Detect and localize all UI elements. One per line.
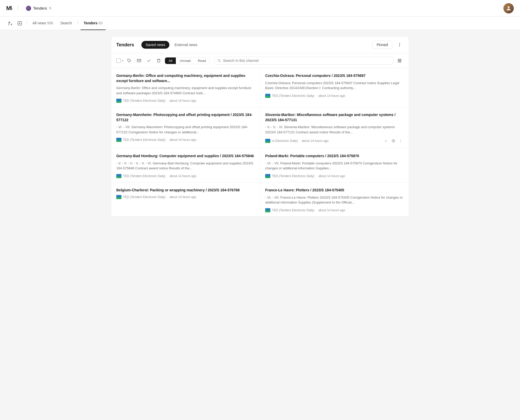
tenders-badge: 63: [98, 21, 103, 25]
source-name: TED (Tenders Electronic Daily): [123, 174, 165, 178]
news-item-excerpt: - V. - V. - V. - V. - V. - VI. Germany-B…: [116, 161, 255, 171]
news-item-excerpt: Germany-Berlin: Office and computing mac…: [116, 85, 255, 96]
news-item[interactable]: Czechia-Ostrava: Personal computers / 20…: [260, 68, 409, 107]
new-article-button[interactable]: [16, 19, 24, 27]
delete-filter-button[interactable]: [155, 57, 163, 64]
news-item-meta: TED (Tenders Electronic Daily) · about 1…: [265, 94, 404, 98]
news-item[interactable]: Belgium-Charleroi: Packing or wrapping m…: [111, 183, 260, 217]
meta-dot: ·: [316, 208, 317, 212]
meta-dot: ·: [167, 174, 168, 178]
svg-line-12: [220, 61, 221, 62]
news-item[interactable]: Slovenia-Maribor: Miscellaneous software…: [260, 107, 409, 148]
channel-tab-group: Saved news External news: [141, 41, 201, 49]
filter-read-button[interactable]: Read: [194, 57, 210, 64]
svg-rect-15: [398, 62, 401, 62]
tab-saved-news[interactable]: Saved news: [141, 41, 169, 49]
news-item-title: Germany-Mannheim: Photocopying and offse…: [116, 112, 255, 122]
news-time: about 14 hours ago: [318, 94, 345, 98]
view-toggle-button[interactable]: [395, 56, 404, 65]
channel-card: Tenders Saved news External news Pinned …: [111, 36, 409, 217]
meta-dot: ·: [167, 195, 168, 199]
news-item-title: Czechia-Ostrava: Personal computers / 20…: [265, 73, 404, 78]
news-item-title: Germany-Bad Homburg: Computer equipment …: [116, 154, 255, 159]
tag-filter-button[interactable]: [125, 57, 133, 64]
source-icon: [265, 174, 270, 178]
add-feed-button[interactable]: [6, 19, 15, 27]
select-chevron-icon[interactable]: ▾: [122, 59, 123, 62]
news-time: about 14 hours ago: [302, 139, 328, 143]
pinned-button[interactable]: Pinned: [372, 41, 392, 49]
select-all-checkbox[interactable]: [116, 58, 121, 63]
news-time: about 14 hours ago: [169, 138, 196, 142]
tab-external-news[interactable]: External news: [170, 41, 201, 49]
news-item[interactable]: France-Le Havre: Plotters / 2023/S 184-5…: [260, 183, 409, 217]
meta-dot: ·: [299, 139, 300, 143]
more-options-button[interactable]: [395, 41, 404, 49]
source-icon: [116, 195, 121, 199]
news-item[interactable]: Poland-Marki: Portable computers / 2023/…: [260, 148, 409, 183]
mark-read-action[interactable]: ✓: [383, 138, 389, 144]
news-item-excerpt: - VI. - VII. France-Le Havre: Plotters 2…: [265, 195, 404, 205]
avatar[interactable]: [503, 3, 514, 13]
news-time: about 14 hours ago: [318, 174, 345, 178]
meta-dot: ·: [167, 138, 168, 142]
source-name: TED (Tenders Electronic Daily): [123, 195, 165, 199]
link-action[interactable]: [390, 138, 396, 144]
svg-rect-14: [398, 60, 401, 61]
news-item-title: Poland-Marki: Portable computers / 2023/…: [265, 154, 404, 159]
channel-header: Tenders Saved news External news Pinned: [111, 37, 409, 53]
source-name: TED (Tenders Electronic Daily): [272, 94, 314, 98]
meta-dot: ·: [167, 99, 168, 103]
tab-search[interactable]: Search: [57, 17, 75, 30]
news-item-excerpt: Czechia-Ostrava: Personal computers 2023…: [265, 81, 404, 91]
filter-unread-button[interactable]: Unread: [176, 57, 194, 64]
workspace-chevron-icon: ⇅: [49, 6, 52, 10]
nav-slash: /: [17, 5, 19, 11]
nav-divider: /: [26, 20, 27, 26]
tab-all-news[interactable]: All news 998: [30, 17, 56, 30]
news-grid: Germany-Berlin: Office and computing mac…: [111, 68, 409, 217]
channel-search-box[interactable]: [214, 57, 393, 64]
email-filter-button[interactable]: [135, 57, 143, 64]
workspace-dot: [26, 6, 31, 11]
channel-search-input[interactable]: [223, 59, 390, 63]
all-news-badge: 998: [47, 21, 53, 25]
svg-point-1: [9, 24, 9, 25]
news-item-excerpt: - VI. - VII. Poland-Marki: Portable comp…: [265, 161, 404, 171]
more-action[interactable]: ⋮: [398, 138, 404, 144]
news-item[interactable]: Germany-Bad Homburg: Computer equipment …: [111, 148, 260, 183]
filter-all-button[interactable]: All: [165, 57, 176, 64]
source-icon: [116, 174, 121, 178]
news-item-excerpt: - V. - V. - VI. Slovenia-Maribor: Miscel…: [265, 125, 404, 135]
news-item-meta: TED (Tenders Electronic Daily) · about 1…: [265, 174, 404, 178]
tab-tenders[interactable]: Tenders 63: [81, 17, 106, 30]
meta-dot: ·: [316, 94, 317, 98]
workspace-selector[interactable]: Tenders ⇅: [24, 5, 54, 12]
news-item-meta: TED (Tenders Electronic Daily) · about 1…: [116, 99, 255, 103]
news-item-meta: TED (Tenders Electronic Daily) · about 1…: [116, 138, 255, 142]
news-item[interactable]: Germany-Berlin: Office and computing mac…: [111, 68, 260, 107]
source-name: rs Electronic Daily): [272, 139, 298, 143]
svg-point-8: [399, 45, 400, 45]
svg-rect-10: [137, 59, 141, 62]
source-icon: [116, 99, 121, 103]
secondary-nav: / All news 998 Search / Tenders 63: [0, 17, 520, 30]
news-item-meta: TED (Tenders Electronic Daily) · about 1…: [116, 195, 255, 199]
svg-rect-13: [398, 59, 401, 60]
news-time: about 14 hours ago: [169, 174, 196, 178]
workspace-name: Tenders: [33, 6, 47, 10]
news-item[interactable]: Germany-Mannheim: Photocopying and offse…: [111, 107, 260, 148]
nav-divider-2: /: [77, 20, 78, 26]
news-item-title: France-Le Havre: Plotters / 2023/S 184-5…: [265, 188, 404, 193]
svg-point-11: [218, 59, 220, 61]
source-icon: [265, 208, 270, 212]
news-item-title: Germany-Berlin: Office and computing mac…: [116, 73, 255, 83]
news-time: about 14 hours ago: [169, 99, 196, 103]
news-item-excerpt: - VI. - VII. Germany-Mannheim: Photocopy…: [116, 125, 255, 135]
top-nav: M\ / Tenders ⇅: [0, 0, 520, 17]
check-filter-button[interactable]: [145, 57, 153, 64]
svg-point-9: [399, 46, 400, 47]
read-filter-group: All Unread Read: [165, 57, 210, 64]
source-icon: [265, 139, 270, 143]
filter-bar: ▾: [111, 53, 409, 68]
